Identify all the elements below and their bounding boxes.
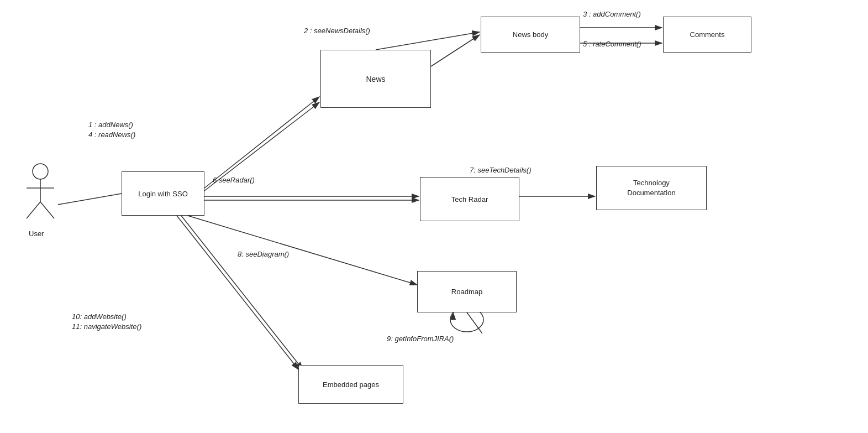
svg-point-2 xyxy=(33,164,48,179)
label-seetechdetails: 7: seeTechDetails() xyxy=(470,166,532,174)
news-body-box: News body xyxy=(481,17,580,53)
label-readnews: 4 : readNews() xyxy=(88,131,135,139)
tech-doc-box: TechnologyDocumentation xyxy=(596,166,707,210)
comments-box: Comments xyxy=(663,17,751,53)
news-to-newsbody-arrow xyxy=(431,35,480,66)
diagram-container: User Login with SSO News News body Comme… xyxy=(0,0,868,433)
roadmap-box: Roadmap xyxy=(417,271,517,312)
label-seediagram: 8: seeDiagram() xyxy=(238,250,289,258)
login-to-embedded-arrow2 xyxy=(181,216,303,369)
svg-line-5 xyxy=(27,202,40,218)
label-seenewsdetails: 2 : seeNewsDetails() xyxy=(304,27,370,35)
label-addwebsite: 10: addWebsite() xyxy=(72,312,127,321)
login-to-news-arrow xyxy=(204,97,319,188)
label-ratecomment: 5 : rateComment() xyxy=(583,40,641,48)
actor-label: User xyxy=(29,229,44,238)
label-navigatewebsite: 11: navigateWebsite() xyxy=(72,322,141,331)
actor-to-login-line xyxy=(58,194,122,205)
news-box: News xyxy=(320,50,431,108)
login-box: Login with SSO xyxy=(122,171,204,216)
label-getinfofromjira: 9: getInfoFromJIRA() xyxy=(387,335,454,343)
seenewsdetails-arrow xyxy=(376,32,480,50)
login-to-roadmap-arrow xyxy=(188,216,417,285)
login-to-embedded-arrow1 xyxy=(177,216,298,369)
embedded-pages-box: Embedded pages xyxy=(298,365,403,404)
label-addnews: 1 : addNews() xyxy=(88,121,133,129)
svg-line-6 xyxy=(40,202,54,218)
label-addcomment: 3 : addComment() xyxy=(583,10,641,18)
label-seeradar: 6 seeRadar() xyxy=(213,176,255,184)
tech-radar-box: Tech Radar xyxy=(420,177,519,221)
actor-stick-figure xyxy=(21,160,60,227)
